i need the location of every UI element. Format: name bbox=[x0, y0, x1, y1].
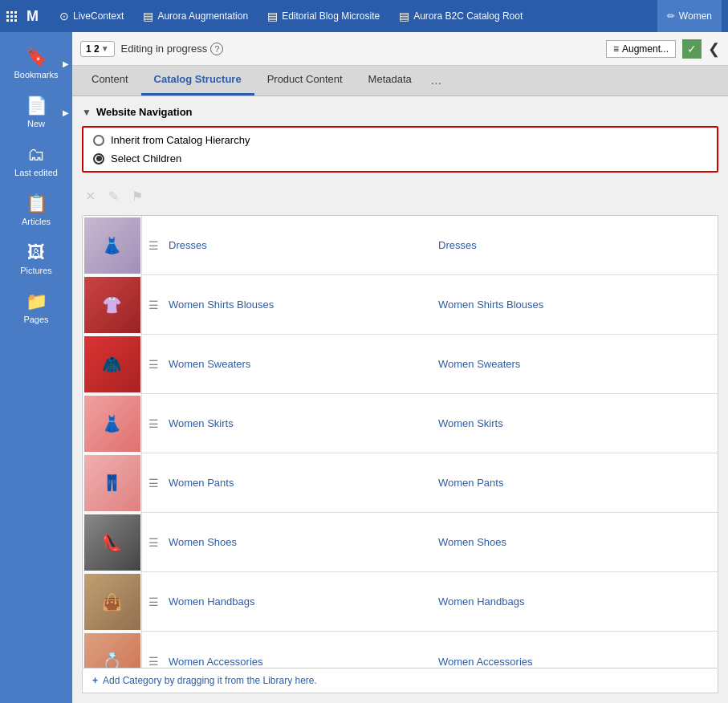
category-name-handbags[interactable]: Women Handbags bbox=[165, 595, 438, 608]
drag-handle-skirts[interactable]: ☰ bbox=[142, 417, 165, 430]
drag-handle-shoes[interactable]: ☰ bbox=[142, 536, 165, 549]
sidebar-bookmarks-arrow: ▶ bbox=[63, 59, 69, 67]
augment-button[interactable]: ≡ Augment... bbox=[606, 40, 676, 58]
tab-content[interactable]: Content bbox=[79, 65, 141, 95]
drag-handle-handbags[interactable]: ☰ bbox=[142, 595, 165, 608]
sidebar-item-bookmarks[interactable]: 🔖 Bookmarks ▶ bbox=[0, 39, 72, 87]
delete-action-button[interactable]: ✕ bbox=[82, 187, 99, 205]
plus-icon: + bbox=[92, 675, 98, 686]
edit-action-button[interactable]: ✎ bbox=[105, 187, 122, 205]
sidebar-item-last-edited[interactable]: 🗂 Last edited bbox=[0, 136, 72, 185]
skirts-image-placeholder: 👗 bbox=[84, 396, 140, 452]
table-row: 👠 ☰ Women Shoes Women Shoes bbox=[83, 513, 718, 572]
accessories-image-placeholder: 💍 bbox=[84, 633, 140, 668]
nav-tab-editorial-blog[interactable]: ▤ Editorial Blog Microsite bbox=[259, 0, 388, 32]
sidebar: 🔖 Bookmarks ▶ 📄 New ▶ 🗂 Last edited 📋 Ar… bbox=[0, 32, 72, 703]
action-icons-bar: ✕ ✎ ⚑ bbox=[82, 184, 718, 209]
category-name-right-skirts: Women Skirts bbox=[438, 417, 718, 429]
version-arrow: ▼ bbox=[101, 44, 109, 53]
category-list: 👗 ☰ Dresses Dresses 👚 ☰ Women Shirts Blo… bbox=[82, 215, 718, 668]
drag-handle-pants[interactable]: ☰ bbox=[142, 477, 165, 490]
drag-handle-sweaters[interactable]: ☰ bbox=[142, 358, 165, 371]
aurora-b2c-icon: ▤ bbox=[399, 10, 409, 22]
aurora-aug-icon: ▤ bbox=[143, 10, 153, 22]
category-image-shirts: 👚 bbox=[83, 275, 142, 335]
sidebar-item-new[interactable]: 📄 New ▶ bbox=[0, 87, 72, 136]
nav-tab-livecontext[interactable]: ⊙ LiveContext bbox=[51, 0, 132, 32]
drag-handle-shirts[interactable]: ☰ bbox=[142, 299, 165, 311]
category-name-dresses[interactable]: Dresses bbox=[165, 239, 438, 251]
category-name-right-dresses: Dresses bbox=[438, 239, 718, 251]
sidebar-new-arrow: ▶ bbox=[63, 108, 69, 116]
table-row: 👗 ☰ Women Skirts Women Skirts bbox=[83, 394, 718, 453]
category-image-dresses: 👗 bbox=[83, 216, 142, 275]
sidebar-item-articles[interactable]: 📋 Articles bbox=[0, 185, 72, 234]
section-header-website-nav: ▼ Website Navigation bbox=[82, 106, 718, 118]
edit-icon: ✏ bbox=[667, 10, 675, 22]
table-row: 👜 ☰ Women Handbags Women Handbags bbox=[83, 572, 718, 632]
drag-handle-accessories[interactable]: ☰ bbox=[142, 655, 165, 668]
new-icon: 📄 bbox=[26, 95, 47, 116]
category-name-accessories[interactable]: Women Accessories bbox=[165, 656, 438, 668]
add-category-label: Add Category by dragging it from the Lib… bbox=[103, 675, 317, 686]
table-row: 👖 ☰ Women Pants Women Pants bbox=[83, 453, 718, 513]
help-icon[interactable]: ? bbox=[210, 43, 223, 55]
category-image-accessories: 💍 bbox=[83, 632, 142, 668]
livecontext-icon: ⊙ bbox=[59, 10, 69, 22]
radio-select-children[interactable]: Select Children bbox=[93, 152, 707, 165]
panel-content: ▼ Website Navigation Inherit from Catalo… bbox=[72, 96, 728, 703]
category-name-shoes[interactable]: Women Shoes bbox=[165, 536, 438, 548]
tab-metadata[interactable]: Metadata bbox=[356, 65, 425, 95]
category-name-shirts[interactable]: Women Shirts Blouses bbox=[165, 299, 438, 311]
table-row: 💍 ☰ Women Accessories Women Accessories bbox=[83, 632, 718, 668]
category-name-right-pants: Women Pants bbox=[438, 477, 718, 489]
last-edited-icon: 🗂 bbox=[27, 144, 45, 165]
sidebar-item-pages[interactable]: 📁 Pages bbox=[0, 283, 72, 332]
app-logo: M bbox=[26, 8, 39, 25]
drag-handle-dresses[interactable]: ☰ bbox=[142, 239, 165, 252]
shoes-image-placeholder: 👠 bbox=[84, 514, 140, 571]
back-button[interactable]: ❮ bbox=[708, 40, 720, 58]
table-row: 🧥 ☰ Women Sweaters Women Sweaters bbox=[83, 335, 718, 394]
nav-tab-women[interactable]: ✏ Women bbox=[657, 0, 722, 32]
flag-action-button[interactable]: ⚑ bbox=[128, 187, 146, 205]
chevron-left-icon: ❮ bbox=[708, 41, 720, 57]
augment-lines-icon: ≡ bbox=[613, 43, 619, 55]
category-name-pants[interactable]: Women Pants bbox=[165, 477, 438, 489]
tabs-bar: Content Catalog Structure Product Conten… bbox=[72, 66, 728, 96]
tab-catalog-structure[interactable]: Catalog Structure bbox=[141, 65, 254, 95]
checkmark-icon: ✓ bbox=[687, 43, 697, 55]
tab-product-content[interactable]: Product Content bbox=[254, 65, 356, 95]
nav-tab-aurora-b2c[interactable]: ▤ Aurora B2C Catalog Root bbox=[391, 0, 531, 32]
editorial-blog-icon: ▤ bbox=[267, 10, 278, 22]
pages-icon: 📁 bbox=[26, 291, 47, 312]
content-area: 1 2 ▼ Editing in progress ? ≡ Augment...… bbox=[72, 32, 728, 703]
editing-status: Editing in progress ? bbox=[121, 43, 224, 55]
category-name-sweaters[interactable]: Women Sweaters bbox=[165, 358, 438, 370]
toolbar: 1 2 ▼ Editing in progress ? ≡ Augment...… bbox=[72, 32, 728, 66]
category-image-pants: 👖 bbox=[83, 453, 142, 513]
add-category-row[interactable]: + Add Category by dragging it from the L… bbox=[82, 668, 718, 693]
radio-inherit-circle bbox=[93, 135, 104, 146]
radio-group-nav-type: Inherit from Catalog Hierarchy Select Ch… bbox=[82, 126, 718, 173]
category-name-right-handbags: Women Handbags bbox=[438, 595, 718, 608]
sweaters-image-placeholder: 🧥 bbox=[84, 336, 140, 392]
category-name-skirts[interactable]: Women Skirts bbox=[165, 417, 438, 429]
collapse-icon[interactable]: ▼ bbox=[82, 107, 92, 118]
main-layout: 🔖 Bookmarks ▶ 📄 New ▶ 🗂 Last edited 📋 Ar… bbox=[0, 32, 728, 703]
sidebar-item-pictures[interactable]: 🖼 Pictures bbox=[0, 234, 72, 283]
approve-button[interactable]: ✓ bbox=[682, 39, 702, 59]
dresses-image-placeholder: 👗 bbox=[84, 217, 140, 274]
radio-inherit[interactable]: Inherit from Catalog Hierarchy bbox=[93, 134, 707, 146]
table-row: 👚 ☰ Women Shirts Blouses Women Shirts Bl… bbox=[83, 275, 718, 335]
version-badge[interactable]: 1 2 ▼ bbox=[80, 41, 115, 57]
category-name-right-shirts: Women Shirts Blouses bbox=[438, 299, 718, 311]
category-name-right-shoes: Women Shoes bbox=[438, 536, 718, 548]
grid-menu-icon[interactable] bbox=[6, 11, 17, 22]
pictures-icon: 🖼 bbox=[27, 242, 45, 263]
radio-select-children-circle bbox=[93, 153, 104, 165]
category-image-handbags: 👜 bbox=[83, 572, 142, 632]
tab-more[interactable]: ... bbox=[425, 65, 448, 95]
nav-tab-aurora-augmentation[interactable]: ▤ Aurora Augmentation bbox=[135, 0, 256, 32]
category-image-shoes: 👠 bbox=[83, 513, 142, 572]
